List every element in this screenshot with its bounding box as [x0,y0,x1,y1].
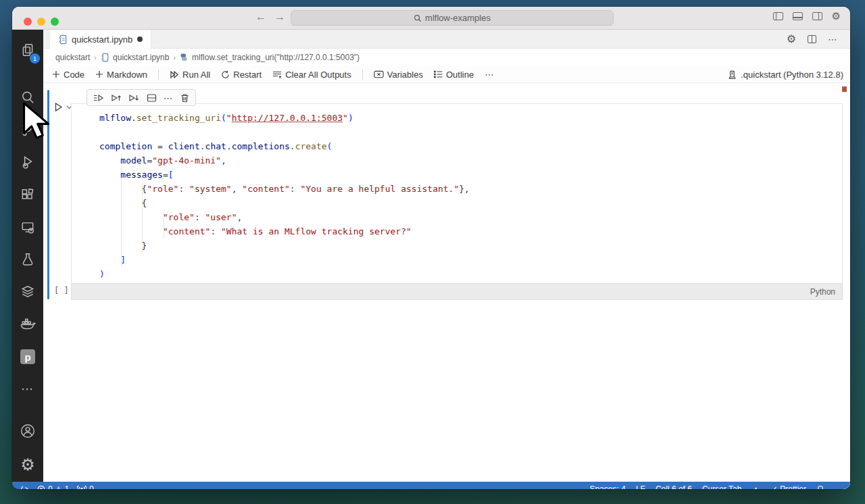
run-by-line-icon[interactable] [93,93,104,103]
command-center-search[interactable]: mlflow-examples [291,10,614,26]
chevron-right-icon: › [94,53,97,61]
titlebar: ← → mlflow-examples ⚙ [12,7,850,30]
more-ellipsis-icon[interactable]: ⋯ [12,377,43,401]
extensions-icon[interactable] [12,183,43,207]
restart-button[interactable]: Restart [221,70,262,80]
plus-icon [52,70,60,78]
vscode-window: ← → mlflow-examples ⚙ 1 [12,7,850,489]
notebook-icon [58,34,67,45]
delete-cell-icon[interactable] [180,93,189,103]
run-and-debug-icon[interactable] [12,150,43,174]
testing-flask-icon[interactable] [12,247,43,272]
variables-button[interactable]: Variables [374,70,423,80]
stack-icon[interactable] [12,280,43,304]
status-bar: 0 ⚠ 1 0 Spaces: 4 LF Cell 6 of 6 Cursor … [12,482,850,489]
cell-language-picker[interactable]: Python [810,287,835,297]
add-code-cell-button[interactable]: Code [52,70,84,80]
notebook-toolbar: Code Markdown Run All Restart Clear [43,66,850,83]
search-icon [414,14,422,22]
breadcrumb-file[interactable]: quickstart.ipynb [113,53,169,62]
code-content[interactable]: mlflow.set_tracking_uri("http://127.0.0.… [99,111,834,281]
clear-outputs-icon [272,70,282,79]
python-icon [180,53,188,61]
tab-quickstart-ipynb[interactable]: quickstart.ipynb [50,30,151,49]
breadcrumb-folder[interactable]: quickstart [55,53,90,62]
toggle-right-sidebar-icon[interactable] [812,12,822,20]
breadcrumb-symbol[interactable]: mlflow.set_tracking_uri("http://127.0.0.… [192,53,360,62]
split-editor-icon[interactable] [808,35,816,43]
p-extension-icon[interactable]: p [12,345,43,369]
settings-gear-icon[interactable]: ⚙ [12,453,43,477]
notebook-editor: ⋯ mlflow.set_tracking_uri("http://127.0.… [43,83,850,489]
execute-above-icon[interactable] [111,93,122,103]
settings-gear-icon[interactable]: ⚙ [832,12,841,20]
prettier-status[interactable]: Prettier [770,484,806,489]
manage-gear-icon[interactable]: ⚙ [787,35,796,43]
plus-icon [95,70,103,78]
remote-indicator[interactable] [20,486,29,490]
minimize-window-button[interactable] [37,18,45,26]
run-all-icon [170,70,179,79]
cell-position-status[interactable]: Cell 6 of 6 [656,484,692,489]
editor-group: quickstart.ipynb ⚙ ⋯ quickstart › quicks… [43,30,850,489]
outline-button[interactable]: Outline [434,70,474,80]
ports-status[interactable]: 0 [77,484,94,489]
search-text: mlflow-examples [425,13,491,23]
cell-status-bar: Python [71,283,843,300]
unsaved-dot-icon[interactable] [137,36,143,42]
problems-status[interactable]: 0 ⚠ 1 [37,484,69,489]
add-markdown-cell-button[interactable]: Markdown [95,70,147,80]
play-icon [53,102,64,112]
overview-ruler-marker [842,86,847,92]
kernel-label: .quickstart (Python 3.12.8) [741,70,843,80]
ports-icon [77,485,86,489]
remote-explorer-icon[interactable] [12,216,43,240]
run-cell-button[interactable] [53,102,72,112]
separator [362,70,363,80]
variables-icon [374,70,384,78]
kernel-icon [728,70,737,80]
cell-editor[interactable]: mlflow.set_tracking_uri("http://127.0.0.… [71,103,843,283]
desktop-wallpaper: ← → mlflow-examples ⚙ 1 [0,0,865,504]
activity-bar: 1 [12,30,43,489]
prettier-check-icon [770,486,777,489]
remote-indicator-icon [20,486,29,490]
toolbar-more-button[interactable]: ⋯ [485,69,495,80]
kernel-picker[interactable]: .quickstart (Python 3.12.8) [728,66,843,83]
run-all-button[interactable]: Run All [170,70,210,80]
tab-label: quickstart.ipynb [72,34,132,45]
clear-all-outputs-button[interactable]: Clear All Outputs [272,70,351,80]
cell-more-actions-icon[interactable]: ⋯ [164,93,174,103]
files-icon[interactable]: 1 [12,38,43,62]
split-cell-icon[interactable] [147,93,157,103]
toggle-left-sidebar-icon[interactable] [773,12,783,20]
close-window-button[interactable] [24,18,32,26]
forward-arrow-icon[interactable]: → [274,11,285,23]
errors-icon [37,485,45,489]
cursor-tab-status[interactable]: Cursor Tab [702,484,741,489]
breadcrumb: quickstart › quickstart.ipynb › mlflow.s… [43,49,850,66]
notebook-icon [101,53,109,62]
docker-whale-icon[interactable] [12,312,43,336]
separator [158,70,159,80]
explorer-badge: 1 [30,53,40,64]
indentation-status[interactable]: Spaces: 4 [590,484,626,489]
zoom-window-button[interactable] [51,18,59,26]
warnings-icon: ⚠ [55,485,62,490]
notifications-bell-icon[interactable] [816,485,824,490]
cell-toolbar: ⋯ [86,89,196,106]
execute-below-icon[interactable] [128,93,139,103]
restart-icon [221,70,230,79]
mouse-cursor [20,101,54,145]
outline-icon [434,70,443,78]
chevron-right-icon: › [173,53,176,61]
back-arrow-icon[interactable]: ← [255,11,266,23]
triangle-up-icon[interactable]: ▲ [751,484,760,489]
more-actions-icon[interactable]: ⋯ [828,34,838,45]
account-icon[interactable] [12,419,43,443]
eol-status[interactable]: LF [636,484,645,489]
tab-bar: quickstart.ipynb ⚙ ⋯ [43,30,850,49]
execution-count: [ ] [54,286,69,295]
toggle-panel-icon[interactable] [793,12,803,20]
